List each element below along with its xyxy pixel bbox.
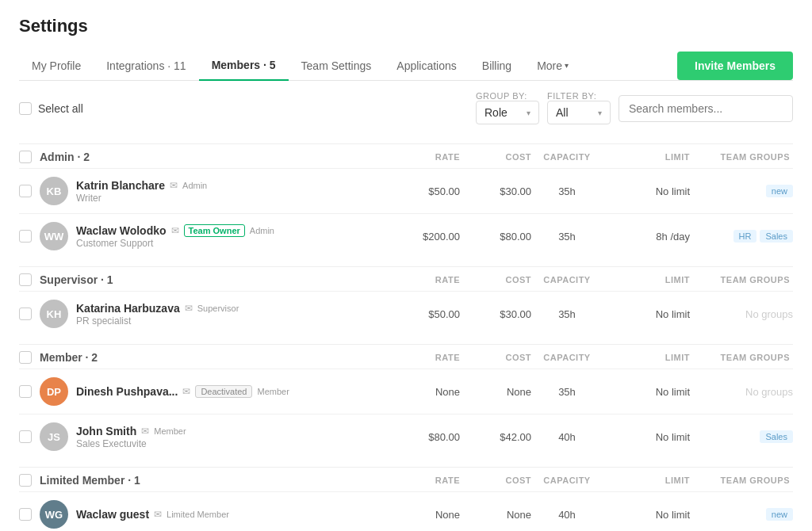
- group-tag: new: [766, 185, 793, 197]
- section-member: Member · 2 RATE COST CAPACITY LIMIT TEAM…: [19, 344, 793, 459]
- col-header-cost: COST: [460, 353, 531, 362]
- section-checkbox[interactable]: [19, 351, 32, 364]
- group-by-filter[interactable]: GROUP BY: Role ▾: [476, 92, 539, 124]
- cell-groups: HRSales: [690, 230, 793, 243]
- member-name: John Smith: [76, 425, 136, 437]
- chevron-down-icon: ▾: [527, 109, 530, 117]
- no-groups: No groups: [745, 308, 793, 320]
- filter-by-filter[interactable]: FILTER BY: All ▾: [547, 92, 611, 124]
- email-icon[interactable]: ✉: [170, 180, 178, 191]
- member-checkbox[interactable]: [19, 508, 32, 521]
- cell-limit: No limit: [603, 386, 690, 398]
- avatar: JS: [40, 422, 68, 451]
- cell-capacity: 35h: [531, 386, 603, 398]
- member-checkbox[interactable]: [19, 185, 32, 197]
- member-name-row: Waclaw Wolodko ✉ Team Owner Admin: [76, 224, 389, 237]
- cell-rate: $200.00: [389, 231, 460, 243]
- col-header-cost: COST: [460, 476, 531, 485]
- email-icon[interactable]: ✉: [141, 426, 149, 437]
- col-header-limit: LIMIT: [603, 275, 690, 285]
- table-row: DP Dinesh Pushpava... ✉ Deactivated Memb…: [19, 369, 793, 414]
- member-info: Katarina Harbuzava ✉ Supervisor PR speci…: [76, 302, 389, 327]
- tab-billing[interactable]: Billing: [469, 52, 524, 80]
- col-header-groups: TEAM GROUPS: [690, 353, 793, 362]
- section-checkbox[interactable]: [19, 273, 32, 286]
- cell-limit: 8h /day: [603, 231, 690, 243]
- cell-groups: No groups: [690, 386, 793, 398]
- select-all-wrap[interactable]: Select all: [19, 102, 83, 115]
- section-title: Supervisor · 1: [40, 273, 113, 286]
- col-header-rate: RATE: [389, 353, 460, 362]
- tab-team-settings[interactable]: Team Settings: [289, 52, 385, 80]
- member-sub: Customer Support: [76, 238, 389, 249]
- member-name-row: Waclaw guest ✉ Limited Member: [76, 508, 389, 521]
- col-header-capacity: CAPACITY: [531, 353, 603, 362]
- member-info: Dinesh Pushpava... ✉ Deactivated Member: [76, 385, 389, 398]
- col-header-capacity: CAPACITY: [531, 275, 603, 285]
- col-header-rate: RATE: [389, 275, 460, 285]
- group-by-value: Role: [485, 106, 523, 119]
- toolbar: Select all GROUP BY: Role ▾ FILTER BY: A…: [19, 81, 793, 136]
- group-by-label: GROUP BY:: [476, 92, 539, 101]
- col-header-limit: LIMIT: [603, 152, 690, 162]
- section-title: Limited Member · 1: [40, 474, 140, 487]
- filter-by-label: FILTER BY:: [547, 92, 611, 101]
- group-tag: new: [766, 508, 793, 521]
- role-badge: Admin: [182, 181, 207, 190]
- member-checkbox[interactable]: [19, 308, 32, 320]
- cell-capacity: 35h: [531, 231, 603, 243]
- member-info: Katrin Blanchare ✉ Admin Writer: [76, 179, 389, 204]
- cell-cost: $30.00: [460, 185, 531, 197]
- cell-groups: No groups: [690, 308, 793, 320]
- cell-rate: $50.00: [389, 308, 460, 320]
- member-name-row: Katarina Harbuzava ✉ Supervisor: [76, 302, 389, 315]
- member-name: Katarina Harbuzava: [76, 302, 180, 315]
- member-name: Waclaw Wolodko: [76, 224, 167, 237]
- invite-members-button[interactable]: Invite Members: [677, 52, 793, 80]
- member-info: Waclaw guest ✉ Limited Member: [76, 508, 389, 521]
- cell-groups: new: [690, 185, 793, 197]
- search-input[interactable]: [619, 95, 793, 122]
- role-badge: Member: [154, 426, 186, 436]
- cell-capacity: 40h: [531, 509, 603, 521]
- cell-limit: No limit: [603, 431, 690, 443]
- col-header-limit: LIMIT: [603, 353, 690, 362]
- section-title: Member · 2: [40, 351, 98, 364]
- cell-groups: new: [690, 508, 793, 521]
- member-name: Katrin Blanchare: [76, 179, 165, 192]
- role-badge: Limited Member: [167, 510, 229, 519]
- table-row: WG Waclaw guest ✉ Limited Member None No…: [19, 491, 793, 531]
- cell-groups: Sales: [690, 430, 793, 443]
- section-limited-member: Limited Member · 1 RATE COST CAPACITY LI…: [19, 467, 793, 531]
- select-all-label: Select all: [38, 102, 83, 115]
- member-name-row: Dinesh Pushpava... ✉ Deactivated Member: [76, 385, 389, 398]
- email-icon[interactable]: ✉: [185, 303, 193, 314]
- tab-integrations[interactable]: Integrations · 11: [94, 52, 198, 80]
- tab-applications[interactable]: Applications: [384, 52, 469, 80]
- select-all-checkbox[interactable]: [19, 102, 32, 115]
- member-checkbox[interactable]: [19, 385, 32, 398]
- tab-my-profile[interactable]: My Profile: [19, 52, 94, 80]
- cell-limit: No limit: [603, 509, 690, 521]
- col-header-cost: COST: [460, 152, 531, 162]
- avatar: WG: [40, 500, 68, 529]
- section-checkbox[interactable]: [19, 151, 32, 163]
- col-header-rate: RATE: [389, 476, 460, 485]
- cell-capacity: 35h: [531, 185, 603, 197]
- email-icon[interactable]: ✉: [154, 509, 162, 520]
- member-checkbox[interactable]: [19, 430, 32, 443]
- member-checkbox[interactable]: [19, 230, 32, 243]
- role-badge: Supervisor: [197, 304, 239, 313]
- role-badge: Member: [257, 387, 289, 396]
- col-header-rate: RATE: [389, 152, 460, 162]
- chevron-down-icon: ▾: [565, 61, 569, 70]
- col-header-groups: TEAM GROUPS: [690, 275, 793, 285]
- email-icon[interactable]: ✉: [171, 225, 179, 236]
- tab-members[interactable]: Members · 5: [199, 51, 289, 81]
- email-icon[interactable]: ✉: [182, 386, 190, 397]
- section-checkbox[interactable]: [19, 474, 32, 487]
- tab-more[interactable]: More ▾: [524, 52, 581, 80]
- avatar: WW: [40, 222, 68, 250]
- deactivated-badge: Deactivated: [195, 385, 252, 398]
- member-name-row: Katrin Blanchare ✉ Admin: [76, 179, 389, 192]
